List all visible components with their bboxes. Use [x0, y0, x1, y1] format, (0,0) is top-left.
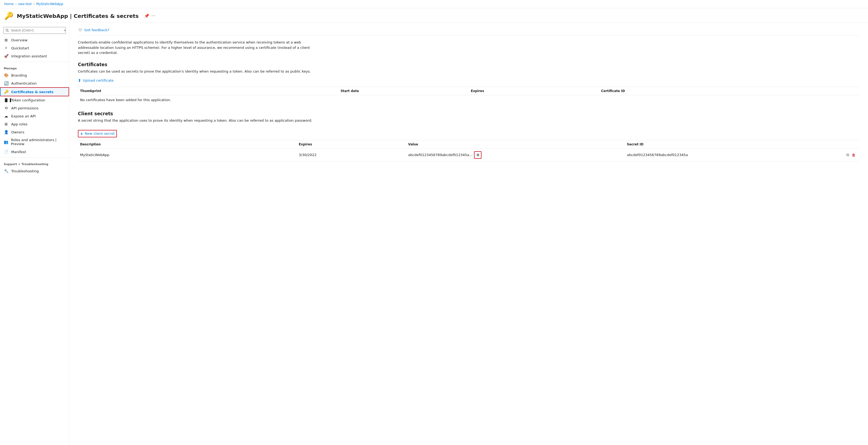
sidebar-item-certs-label: Certificates & secrets: [11, 90, 53, 94]
sidebar-item-authentication-label: Authentication: [11, 81, 36, 85]
quickstart-icon: ⚡: [4, 46, 8, 50]
overview-icon: ⊞: [4, 38, 8, 42]
secret-row-id: abcdef0123456789abcdef012345a: [625, 153, 843, 157]
sidebar-item-approles-label: App roles: [11, 122, 28, 126]
upload-arrow-icon: ⬆: [78, 78, 81, 83]
page-title: MyStaticWebApp | Certificates & secrets: [17, 13, 139, 19]
breadcrumb-swa-test[interactable]: swa-test: [18, 2, 32, 6]
troubleshooting-icon: 🔧: [4, 169, 8, 173]
sidebar-item-quickstart-label: Quickstart: [11, 46, 29, 50]
expose-icon: ☁: [4, 114, 8, 118]
cert-col-id: Certificate ID: [599, 89, 860, 93]
branding-icon: 🎨: [4, 73, 8, 77]
sidebar-item-troubleshooting[interactable]: 🔧 Troubleshooting: [0, 167, 69, 175]
authentication-icon: 🔄: [4, 81, 8, 85]
integration-icon: 🚀: [4, 54, 8, 58]
client-secrets-section-desc: A secret string that the application use…: [78, 118, 318, 122]
row-action-buttons: ⧉ 🗑: [846, 152, 857, 158]
table-row: MyStaticWebApp 3/30/2022 abcdef012345678…: [78, 149, 860, 162]
sidebar: « ⊞ Overview ⚡ Quickstart 🚀 Integration …: [0, 23, 69, 445]
sidebar-divider-manage: [0, 62, 69, 62]
new-client-secret-button[interactable]: + New client secret: [78, 130, 117, 138]
support-section-label: Support + Troubleshooting: [0, 159, 69, 167]
client-secrets-section-title: Client secrets: [78, 111, 860, 116]
approles-icon: ⊞: [4, 122, 8, 126]
sidebar-item-roles-label: Roles and administrators | Preview: [11, 138, 65, 146]
search-input[interactable]: [3, 27, 66, 34]
delete-secret-button[interactable]: 🗑: [851, 152, 856, 158]
sidebar-item-expose-api[interactable]: ☁ Expose an API: [0, 112, 69, 120]
credentials-description: Credentials enable confidential applicat…: [78, 40, 318, 56]
breadcrumb: Home › swa-test › MyStaticWebApp: [0, 0, 868, 8]
plus-icon: +: [80, 131, 83, 136]
certificates-section-desc: Certificates can be used as secrets to p…: [78, 69, 318, 73]
sidebar-item-api-label: API permissions: [11, 106, 38, 110]
sidebar-item-overview-label: Overview: [11, 38, 28, 42]
sidebar-item-overview[interactable]: ⊞ Overview: [0, 36, 69, 44]
page-header: 🔑 MyStaticWebApp | Certificates & secret…: [0, 8, 868, 23]
roles-icon: 👥: [4, 140, 8, 144]
sidebar-item-manifest[interactable]: 📄 Manifest: [0, 148, 69, 156]
copy-secret-id-button[interactable]: ⧉: [846, 152, 850, 158]
header-actions: 📌 ···: [144, 13, 156, 19]
client-secrets-table: Description Expires Value Secret ID MySt…: [78, 140, 860, 162]
sidebar-divider-support: [0, 157, 69, 158]
secret-row-description: MyStaticWebApp: [78, 153, 297, 157]
sidebar-item-branding-label: Branding: [11, 73, 27, 77]
sidebar-item-authentication[interactable]: 🔄 Authentication: [0, 79, 69, 87]
owners-icon: 👤: [4, 130, 8, 134]
upload-certificate-label: Upload certificate: [83, 79, 114, 83]
cert-col-thumbprint: Thumbprint: [78, 89, 339, 93]
feedback-bar: 🤍 Got feedback?: [78, 28, 860, 35]
certificates-section-title: Certificates: [78, 62, 860, 67]
secrets-table-header: Description Expires Value Secret ID: [78, 140, 860, 149]
copy-value-button[interactable]: ⧉: [474, 151, 482, 159]
sidebar-item-token-label: Token configuration: [11, 98, 45, 102]
main-content: 🤍 Got feedback? Credentials enable confi…: [69, 23, 868, 445]
certs-icon: 🔑: [4, 90, 8, 94]
certificates-table: Thumbprint Start date Expires Certificat…: [78, 87, 860, 105]
sidebar-item-owners[interactable]: 👤 Owners: [0, 128, 69, 136]
sidebar-item-roles-admin[interactable]: 👥 Roles and administrators | Preview: [0, 136, 69, 148]
token-icon: ▐▌▐: [4, 98, 8, 102]
copy-icon: ⧉: [477, 153, 479, 157]
sidebar-item-integration-assistant[interactable]: 🚀 Integration assistant: [0, 52, 69, 60]
breadcrumb-home[interactable]: Home: [4, 2, 13, 6]
sidebar-item-manifest-label: Manifest: [11, 150, 26, 154]
sidebar-item-owners-label: Owners: [11, 130, 24, 134]
new-client-secret-label: New client secret: [85, 131, 115, 136]
heart-icon: 🤍: [78, 28, 82, 32]
sidebar-item-quickstart[interactable]: ⚡ Quickstart: [0, 44, 69, 52]
more-icon[interactable]: ···: [152, 13, 156, 19]
secret-col-actions: [843, 143, 860, 146]
page-header-icon: 🔑: [4, 11, 13, 20]
secret-col-expires: Expires: [297, 143, 406, 146]
cert-col-expires: Expires: [469, 89, 599, 93]
breadcrumb-app[interactable]: MyStaticWebApp: [36, 2, 63, 6]
sidebar-item-integration-label: Integration assistant: [11, 54, 47, 58]
certificates-table-header: Thumbprint Start date Expires Certificat…: [78, 87, 860, 95]
manifest-icon: 📄: [4, 150, 8, 154]
secret-row-expires: 3/30/2022: [297, 153, 406, 157]
secret-row-value: abcdef0123456789abcdef012345a... ⧉: [406, 151, 625, 159]
sidebar-item-expose-label: Expose an API: [11, 114, 36, 118]
sidebar-item-troubleshooting-label: Troubleshooting: [11, 169, 39, 173]
secret-row-actions: ⧉ 🗑: [843, 152, 860, 158]
pin-icon[interactable]: 📌: [144, 13, 149, 19]
manage-section-label: Manage: [0, 63, 69, 71]
main-layout: « ⊞ Overview ⚡ Quickstart 🚀 Integration …: [0, 23, 868, 445]
sidebar-item-token-config[interactable]: ▐▌▐ Token configuration: [0, 96, 69, 104]
sidebar-item-app-roles[interactable]: ⊞ App roles: [0, 120, 69, 128]
api-icon: ⟲: [4, 106, 8, 110]
sidebar-item-branding[interactable]: 🎨 Branding: [0, 71, 69, 79]
feedback-text[interactable]: Got feedback?: [84, 28, 110, 32]
secret-col-description: Description: [78, 143, 297, 146]
cert-col-startdate: Start date: [339, 89, 469, 93]
sidebar-item-certs-secrets[interactable]: 🔑 Certificates & secrets: [0, 87, 69, 96]
sidebar-item-api-permissions[interactable]: ⟲ API permissions: [0, 104, 69, 112]
sidebar-search-container: «: [0, 25, 69, 36]
secret-col-value: Value: [406, 143, 625, 146]
certificates-empty-row: No certificates have been added for this…: [78, 95, 860, 105]
secret-col-id: Secret ID: [625, 143, 843, 146]
upload-certificate-button[interactable]: ⬆ Upload certificate: [78, 77, 114, 84]
